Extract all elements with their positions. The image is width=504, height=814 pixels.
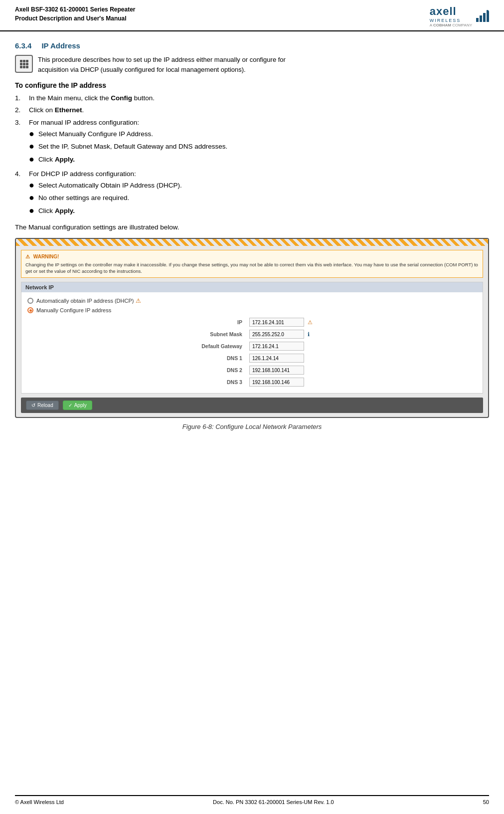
dns1-row: DNS 1 [27,352,477,364]
gateway-input[interactable] [249,342,304,351]
dns2-input[interactable] [249,366,304,375]
reload-button[interactable]: ↺ Reload [26,401,59,410]
step-2: 2. Click on Ethernet. [15,105,489,115]
dns2-row: DNS 2 [27,364,477,376]
steps-list: 1. In the Main menu, click the Config bu… [15,93,489,218]
gateway-row: Default Gateway [27,340,477,352]
subnet-info-icon: ℹ [308,331,310,337]
dns3-input[interactable] [249,378,304,387]
bullet-item: ●Set the IP, Subnet Mask, Default Gatewa… [29,141,489,152]
ip-input[interactable] [249,318,304,327]
dhcp-warn-icon: ⚠ [136,297,141,304]
apply-button[interactable]: ✓ Apply [63,401,92,410]
radio-dhcp-row[interactable]: Automatically obtain IP address (DHCP) ⚠ [27,297,477,304]
step-3-bullets: ●Select Manually Configure IP Address. ●… [29,129,489,165]
footer-right: 50 [483,799,489,805]
section-header: 6.3.4 IP Address [15,41,489,50]
note-box: This procedure describes how to set up t… [15,55,489,74]
step-3: 3. For manual IP address configuration: … [15,118,489,167]
note-text: This procedure describes how to set up t… [38,55,489,74]
bullet-item: ●Select Manually Configure IP Address. [29,129,489,140]
dns1-input[interactable] [249,354,304,363]
subnet-row: Subnet Mask ℹ [27,328,477,340]
note-icon [15,55,33,73]
dns3-row: DNS 3 [27,376,477,388]
warning-icon: ⚠ [25,254,30,259]
page-header: Axell BSF-3302 61-200001 Series Repeater… [0,0,504,31]
page-footer: © Axell Wireless Ltd Doc. No. PN 3302 61… [15,795,489,805]
subnet-input[interactable] [249,330,304,339]
page-content: 6.3.4 IP Address This procedure describe… [0,31,504,450]
radio-manual-row[interactable]: Manually Configure IP address [27,307,477,313]
bullet-item: ●Select Automatically Obtain IP Address … [29,180,489,191]
ip-row: IP ⚠ [27,316,477,328]
header-text: Axell BSF-3302 61-200001 Series Repeater… [15,5,135,23]
step-4-bullets: ●Select Automatically Obtain IP Address … [29,180,489,216]
footer-left: © Axell Wireless Ltd [15,799,64,805]
warning-stripe [16,239,488,246]
bullet-item: ●Click Apply. [29,154,489,165]
network-panel-body: Automatically obtain IP address (DHCP) ⚠… [21,292,483,393]
network-panel: Network IP Automatically obtain IP addre… [21,282,483,394]
panel-footer: ↺ Reload ✓ Apply [21,398,483,413]
signal-icon [476,10,489,22]
step-4: 4. For DHCP IP address configuration: ●S… [15,169,489,218]
radio-manual[interactable] [27,307,33,313]
ip-fields-table: IP ⚠ Subnet Mask ℹ Def [27,316,477,388]
pre-figure-caption: The Manual configuration settings are il… [15,223,489,231]
radio-dhcp[interactable] [27,298,33,304]
figure-caption: Figure 6-8: Configure Local Network Para… [15,423,489,430]
bullet-item: ●Click Apply. [29,205,489,216]
step-1: 1. In the Main menu, click the Config bu… [15,93,489,103]
network-panel-header: Network IP [21,282,483,292]
bullet-item: ●No other settings are required. [29,193,489,204]
apply-icon: ✓ [68,403,72,408]
configure-heading: To configure the IP address [15,81,489,89]
screenshot: ⚠ WARNING! Changing the IP settings on t… [15,238,489,418]
ip-warn-icon: ⚠ [308,319,313,325]
warning-box: ⚠ WARNING! Changing the IP settings on t… [21,250,483,278]
logo: axell WIRELESS A COBHAM COMPANY [429,5,489,27]
footer-center: Doc. No. PN 3302 61-200001 Series-UM Rev… [64,799,483,805]
reload-icon: ↺ [31,403,35,408]
